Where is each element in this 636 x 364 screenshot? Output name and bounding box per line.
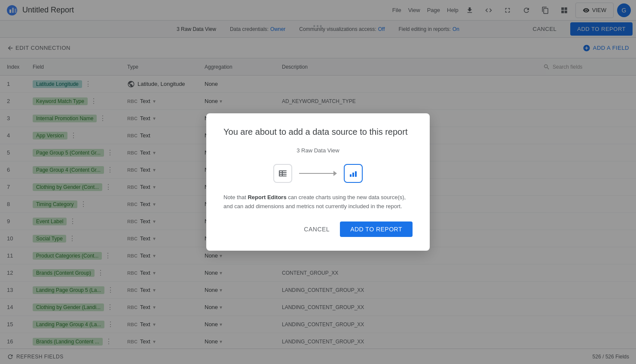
ds-arrow <box>299 171 337 176</box>
modal-note-prefix: Note that <box>223 194 248 200</box>
svg-rect-11 <box>352 173 354 177</box>
ds-flow <box>273 164 363 183</box>
modal-dialog: You are about to add a data source to th… <box>206 113 430 251</box>
modal-overlay: You are about to add a data source to th… <box>0 0 636 349</box>
modal-cancel-button[interactable]: CANCEL <box>300 222 333 236</box>
svg-rect-10 <box>350 174 352 177</box>
modal-note-bold: Report Editors <box>248 194 286 200</box>
modal-add-button[interactable]: ADD TO REPORT <box>340 221 413 237</box>
datasource-report-icon <box>344 164 363 183</box>
modal-datasource: 3 Raw Data View <box>223 147 413 183</box>
svg-rect-12 <box>355 171 357 177</box>
modal-note: Note that Report Editors can create char… <box>223 193 413 211</box>
svg-rect-9 <box>282 170 283 176</box>
svg-rect-8 <box>279 170 280 176</box>
modal-title: You are about to add a data source to th… <box>223 127 413 137</box>
modal-actions: CANCEL ADD TO REPORT <box>223 221 413 237</box>
modal-datasource-name: 3 Raw Data View <box>297 147 339 154</box>
datasource-table-icon <box>273 164 292 183</box>
